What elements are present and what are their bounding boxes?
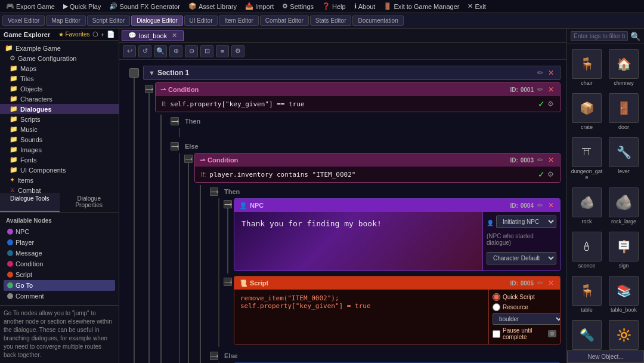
tree-dialogues[interactable]: 📁 Dialogues xyxy=(0,104,119,114)
undo-btn[interactable]: ↩ xyxy=(123,45,136,57)
node-condition[interactable]: Condition xyxy=(4,259,115,269)
canvas-scroll[interactable]: ▼ Section 1 ✏ ✕ ⟶ xyxy=(119,60,566,363)
dungeon-gate-thumb: ⛩ xyxy=(572,137,602,167)
node-npc[interactable]: NPC xyxy=(4,226,115,237)
menu-settings[interactable]: ⚙ Settings xyxy=(278,1,317,11)
tab-dialogue-tools[interactable]: Dialogue Tools xyxy=(0,193,60,212)
fit-view-btn[interactable]: ⊡ xyxy=(200,45,213,57)
menu-exit-manager[interactable]: 🚪 Exit to Game Manager xyxy=(380,1,463,11)
script-0005-edit[interactable]: ✏ xyxy=(536,279,544,287)
asset-sign[interactable]: 🪧 sign xyxy=(606,229,641,271)
asset-dungeon-gate[interactable]: ⛩ dungeon_gate xyxy=(569,135,604,183)
asset-chair[interactable]: 🪑 chair xyxy=(569,47,604,88)
asset-crate[interactable]: 📦 crate xyxy=(569,91,604,133)
search-icon[interactable]: 🔍 xyxy=(630,32,640,41)
menu-exit[interactable]: ✕ Exit xyxy=(464,1,489,11)
settings-small-icon[interactable]: ⚙ xyxy=(547,100,554,108)
check-icon[interactable]: ✓ xyxy=(538,170,545,179)
documentation-btn[interactable]: Documentation xyxy=(352,16,403,26)
node-comment[interactable]: Comment xyxy=(4,291,115,302)
new-object-button[interactable]: New Object... xyxy=(567,350,644,363)
tree-tiles[interactable]: 📁 Tiles xyxy=(0,73,119,84)
section-close-btn[interactable]: ✕ xyxy=(547,69,555,77)
combat-editor-btn[interactable]: Combat Editor xyxy=(260,16,309,26)
voxel-editor-btn[interactable]: Voxel Editor xyxy=(2,16,45,26)
asset-door[interactable]: 🚪 door xyxy=(606,91,641,133)
npc-0004-edit[interactable]: ✏ xyxy=(536,201,544,210)
tree-example-game[interactable]: 📁 Example Game xyxy=(0,43,119,53)
npc-0004-close[interactable]: ✕ xyxy=(547,201,555,210)
script-editor-btn[interactable]: Script Editor xyxy=(87,16,130,26)
tree-music[interactable]: 📁 Music xyxy=(0,124,119,134)
remove-node-btn[interactable]: ⊖ xyxy=(185,45,198,57)
asset-table[interactable]: 🪑 table xyxy=(569,273,604,315)
menu-help[interactable]: ❓ Help xyxy=(318,1,349,11)
settings-btn[interactable]: ⚙ xyxy=(231,45,244,57)
asset-torch-lamp[interactable]: 🔦 torch_lamp xyxy=(569,318,604,350)
asset-torch-lamp-b[interactable]: 🔆 torch_lamp_b xyxy=(606,318,641,350)
canvas-tab-lost-book[interactable]: 💬 lost_book ✕ xyxy=(122,30,184,41)
tree-objects[interactable]: 📁 Objects xyxy=(0,84,119,94)
file-icon[interactable]: 📄 xyxy=(107,30,115,38)
tree-fonts[interactable]: 📁 Fonts xyxy=(0,155,119,165)
tab-dialogue-properties[interactable]: Dialogue Properties xyxy=(60,193,119,212)
condition-0001-close[interactable]: ✕ xyxy=(547,85,555,94)
menu-asset-library[interactable]: 📦 Asset Library xyxy=(185,1,240,11)
stats-editor-btn[interactable]: Stats Editor xyxy=(310,16,352,26)
character-dropdown[interactable]: Character Default xyxy=(487,252,556,264)
node-goto[interactable]: Go To xyxy=(4,280,115,291)
dialogue-editor-btn[interactable]: Dialogue Editor xyxy=(131,16,182,26)
item-editor-btn[interactable]: Item Editor xyxy=(219,16,258,26)
close-tab-icon[interactable]: ✕ xyxy=(172,32,177,39)
expand-icon[interactable]: ⬡ xyxy=(92,30,98,38)
quick-script-radio[interactable] xyxy=(493,293,500,301)
add-node-btn[interactable]: ⊕ xyxy=(169,45,182,57)
node-script[interactable]: Script xyxy=(4,269,115,280)
tree-combat[interactable]: ⚔ Combat xyxy=(0,185,119,193)
condition-0001-edit[interactable]: ✏ xyxy=(536,85,544,94)
tree-scripts[interactable]: 📁 Scripts xyxy=(0,114,119,124)
asset-chimney[interactable]: 🏠 chimney xyxy=(606,47,641,88)
resource-select[interactable]: boulder xyxy=(493,313,561,325)
node-message[interactable]: Message xyxy=(4,248,115,259)
section-edit-btn[interactable]: ✏ xyxy=(536,69,544,77)
menu-import[interactable]: 📥 Import xyxy=(242,1,277,11)
folder-icon: 📁 xyxy=(10,95,18,103)
favorites-label[interactable]: ★ Favorites xyxy=(58,31,90,38)
condition-0003-edit[interactable]: ✏ xyxy=(536,156,544,164)
tree-sounds[interactable]: 📁 Sounds xyxy=(0,134,119,144)
resource-radio[interactable] xyxy=(493,303,500,311)
tree-images[interactable]: 📁 Images xyxy=(0,144,119,155)
initiating-npc-dropdown[interactable]: Initiating NPC xyxy=(496,216,556,228)
check-icon[interactable]: ✓ xyxy=(538,99,545,109)
tag-filter-input[interactable] xyxy=(571,31,628,41)
section-expand-icon[interactable]: ▼ xyxy=(148,69,155,76)
settings-small-icon[interactable]: ⚙ xyxy=(547,170,554,179)
map-editor-btn[interactable]: Map Editor xyxy=(46,16,85,26)
menu-quick-play[interactable]: ▶ Quick Play xyxy=(60,1,105,11)
list-view-btn[interactable]: ≡ xyxy=(216,45,229,57)
asset-table-book[interactable]: 📚 table_book xyxy=(606,273,641,315)
redo-btn[interactable]: ↺ xyxy=(138,45,151,57)
asset-rock[interactable]: 🪨 rock xyxy=(569,185,604,227)
add-icon[interactable]: + xyxy=(101,31,104,38)
zoom-in-btn[interactable]: 🔍 xyxy=(154,45,167,57)
menu-about[interactable]: ℹ About xyxy=(351,1,379,11)
script-0005-close[interactable]: ✕ xyxy=(547,279,555,287)
node-player[interactable]: Player xyxy=(4,237,115,248)
tree-items[interactable]: ✦ Items xyxy=(0,175,119,185)
ui-editor-btn[interactable]: UI Editor xyxy=(184,16,218,26)
asset-lever[interactable]: 🔧 lever xyxy=(606,135,641,183)
tree-characters[interactable]: 📁 Characters xyxy=(0,94,119,104)
goto-info-text: Go To nodes allow you to "jump" to anoth… xyxy=(0,305,119,363)
condition-0003-close[interactable]: ✕ xyxy=(547,156,555,164)
pause-checkbox[interactable] xyxy=(493,330,500,338)
tree-ui-components[interactable]: 📁 UI Components xyxy=(0,165,119,175)
tree-maps[interactable]: 📁 Maps xyxy=(0,63,119,73)
canvas-tabs: 💬 lost_book ✕ xyxy=(119,29,566,43)
tree-game-config[interactable]: ⚙ Game Configuration xyxy=(0,53,119,63)
menu-sound-fx[interactable]: 🔊 Sound FX Generator xyxy=(106,1,184,11)
asset-sconce[interactable]: 🕯 sconce xyxy=(569,229,604,271)
asset-rock-large[interactable]: 🪨 rock_large xyxy=(606,185,641,227)
menu-export-game[interactable]: 🎮 Export Game xyxy=(2,1,58,11)
